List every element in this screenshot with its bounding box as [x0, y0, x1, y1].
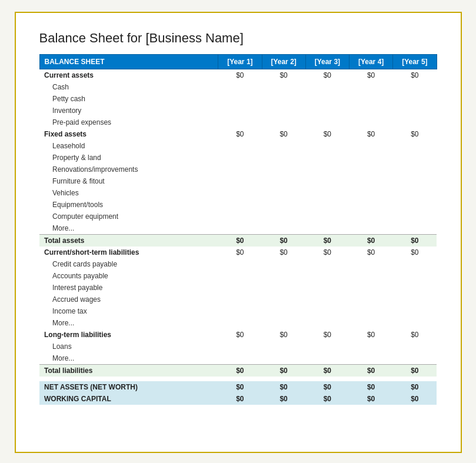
row-value-year1: $0 — [218, 381, 262, 393]
header-year1: [Year 1] — [218, 55, 262, 69]
row-value-year3: $0 — [305, 381, 349, 393]
row-value-year4: $0 — [349, 329, 393, 341]
row-value-year3 — [305, 187, 349, 199]
row-value-year1: $0 — [218, 329, 262, 341]
row-value-year1: $0 — [218, 393, 262, 405]
row-value-year2: $0 — [262, 365, 305, 377]
row-value-year4: $0 — [349, 128, 393, 140]
row-value-year5 — [393, 164, 437, 175]
row-value-year1 — [218, 305, 262, 317]
row-label: Inventory — [39, 105, 218, 116]
row-value-year3 — [305, 140, 349, 152]
row-value-year4 — [349, 152, 393, 164]
table-row: Vehicles — [39, 187, 437, 199]
row-value-year4 — [349, 140, 393, 152]
row-value-year2 — [262, 211, 305, 222]
table-row: Inventory — [39, 105, 437, 116]
page-title: Balance Sheet for [Business Name] — [39, 31, 437, 46]
row-label: Computer equipment — [39, 211, 218, 222]
row-value-year4 — [349, 305, 393, 317]
row-label: More... — [39, 352, 218, 365]
row-label: Accrued wages — [39, 294, 218, 305]
row-value-year1 — [218, 341, 262, 352]
table-row: Current/short-term liabilities$0$0$0$0$0 — [39, 247, 437, 258]
table-row: Equipment/tools — [39, 199, 437, 211]
row-value-year1 — [218, 294, 262, 305]
row-value-year5 — [393, 140, 437, 152]
row-value-year4: $0 — [349, 381, 393, 393]
table-row: Leasehold — [39, 140, 437, 152]
row-label: Interest payable — [39, 282, 218, 294]
row-label: WORKING CAPITAL — [39, 393, 218, 405]
row-value-year5: $0 — [393, 128, 437, 140]
row-value-year4 — [349, 211, 393, 222]
row-value-year3 — [305, 352, 349, 365]
row-label: Cash — [39, 81, 218, 93]
row-value-year4 — [349, 270, 393, 282]
row-label: Fixed assets — [39, 128, 218, 140]
row-value-year3 — [305, 341, 349, 352]
row-label: Furniture & fitout — [39, 175, 218, 187]
row-label: Property & land — [39, 152, 218, 164]
row-value-year1 — [218, 352, 262, 365]
row-value-year1 — [218, 140, 262, 152]
row-value-year2 — [262, 270, 305, 282]
row-value-year5 — [393, 81, 437, 93]
row-value-year1 — [218, 164, 262, 175]
row-label: More... — [39, 222, 218, 235]
row-value-year2 — [262, 199, 305, 211]
row-value-year3 — [305, 175, 349, 187]
row-value-year4: $0 — [349, 393, 393, 405]
row-value-year1 — [218, 282, 262, 294]
row-value-year5 — [393, 282, 437, 294]
row-value-year2 — [262, 341, 305, 352]
row-value-year5 — [393, 352, 437, 365]
row-value-year5 — [393, 270, 437, 282]
row-value-year4 — [349, 258, 393, 270]
row-label: Vehicles — [39, 187, 218, 199]
table-row: Current assets$0$0$0$0$0 — [39, 69, 437, 82]
row-value-year3: $0 — [305, 247, 349, 258]
table-row: Petty cash — [39, 93, 437, 105]
row-label: Current assets — [39, 69, 218, 82]
row-value-year4: $0 — [349, 69, 393, 82]
row-value-year5 — [393, 211, 437, 222]
table-row: NET ASSETS (NET WORTH)$0$0$0$0$0 — [39, 381, 437, 393]
table-row: Income tax — [39, 305, 437, 317]
row-value-year5 — [393, 105, 437, 116]
table-row: Cash — [39, 81, 437, 93]
row-value-year2 — [262, 317, 305, 329]
row-value-year5: $0 — [393, 365, 437, 377]
row-value-year3 — [305, 93, 349, 105]
header-year3: [Year 3] — [305, 55, 349, 69]
table-row: Credit cards payable — [39, 258, 437, 270]
row-label: Total assets — [39, 235, 218, 247]
row-value-year3 — [305, 199, 349, 211]
table-row: Total liabilities$0$0$0$0$0 — [39, 365, 437, 377]
row-value-year2 — [262, 222, 305, 235]
row-value-year2 — [262, 116, 305, 128]
row-value-year2: $0 — [262, 128, 305, 140]
row-value-year2 — [262, 152, 305, 164]
row-value-year4 — [349, 352, 393, 365]
row-value-year5 — [393, 294, 437, 305]
row-value-year2 — [262, 294, 305, 305]
row-value-year4 — [349, 294, 393, 305]
row-label: Renovations/improvements — [39, 164, 218, 175]
row-value-year2 — [262, 93, 305, 105]
row-value-year1: $0 — [218, 128, 262, 140]
header-year5: [Year 5] — [393, 55, 437, 69]
row-value-year5: $0 — [393, 235, 437, 247]
row-label: Loans — [39, 341, 218, 352]
row-value-year3 — [305, 282, 349, 294]
row-value-year2 — [262, 81, 305, 93]
page-wrapper: Balance Sheet for [Business Name] BALANC… — [15, 12, 462, 453]
row-value-year5 — [393, 258, 437, 270]
row-value-year3 — [305, 294, 349, 305]
row-value-year1: $0 — [218, 365, 262, 377]
row-value-year3 — [305, 258, 349, 270]
row-value-year2: $0 — [262, 381, 305, 393]
row-value-year2: $0 — [262, 393, 305, 405]
row-value-year1: $0 — [218, 247, 262, 258]
row-value-year2 — [262, 282, 305, 294]
